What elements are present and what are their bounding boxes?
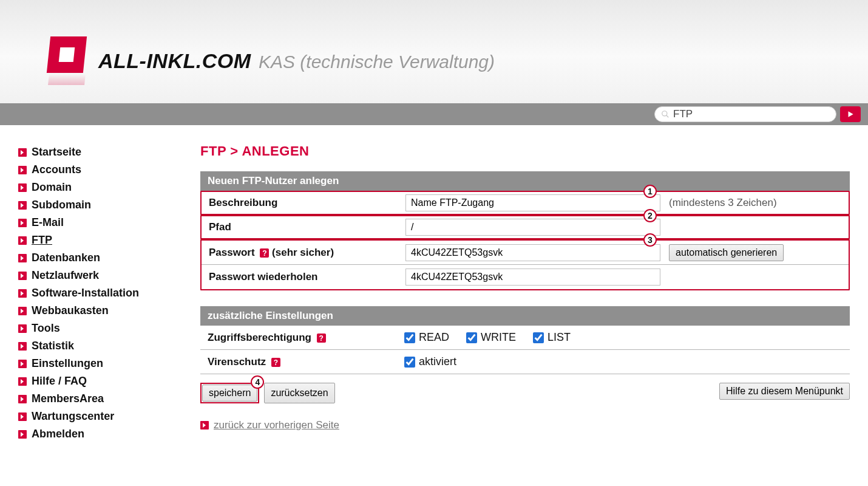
search-go-button[interactable] [840,106,861,122]
arrow-icon [18,201,27,210]
arrow-icon [18,148,27,157]
chk-write[interactable]: WRITE [466,331,516,344]
search-icon [661,110,670,118]
sidebar-item-label: Einstellungen [32,357,103,370]
help-icon[interactable]: ? [260,248,269,258]
chk-read[interactable]: READ [404,331,449,344]
arrow-icon [18,360,27,368]
sidebar-item-software-installation[interactable]: Software-Installation [18,284,176,302]
arrow-icon [200,421,209,430]
toolbar [0,103,868,125]
sidebar-item-label: Startseite [32,146,81,159]
sidebar-item-label: Domain [32,181,72,194]
checkbox-virenschutz[interactable] [404,357,415,368]
sidebar-item-domain[interactable]: Domain [18,179,176,196]
logo-mark [49,36,85,85]
sidebar-item-label: Abmelden [32,428,84,440]
hint-beschreibung: (mindestens 3 Zeichen) [669,197,777,209]
sidebar-item-label: E-Mail [32,216,64,229]
sidebar-item-e-mail[interactable]: E-Mail [18,214,176,231]
sidebar-item-label: Netzlaufwerk [32,269,99,282]
sidebar-item-subdomain[interactable]: Subdomain [18,196,176,214]
logo-text: ALL-INKL.COM [98,49,251,72]
save-button[interactable]: speichern [202,385,257,402]
input-pfad[interactable] [405,219,660,236]
sidebar-item-einstellungen[interactable]: Einstellungen [18,355,176,372]
sidebar-item-startseite[interactable]: Startseite [18,143,176,161]
sidebar-item-label: MembersArea [32,392,104,405]
input-passwort[interactable] [405,244,660,261]
checkbox-list[interactable] [533,332,544,343]
sidebar-item-label: Tools [32,322,60,335]
sidebar-item-wartungscenter[interactable]: Wartungscenter [18,408,176,425]
sidebar-item-label: Wartungscenter [32,410,114,423]
row-pfad: Pfad 2 [200,215,850,239]
reset-button[interactable]: zurücksetzen [264,383,334,403]
search-box[interactable] [654,106,836,122]
step-badge-4: 4 [251,375,264,389]
row-passwort: Passwort ? (sehr sicher) automatisch gen… [202,241,849,265]
arrow-icon [18,377,27,386]
arrow-icon [18,342,27,351]
arrow-icon [18,412,27,421]
panel2-heading: zusätzliche Einstellungen [200,306,850,326]
arrow-icon [18,272,27,280]
sidebar-item-label: Statistik [32,340,74,352]
arrow-icon [18,289,27,298]
input-beschreibung[interactable] [405,194,660,211]
help-menu-button[interactable]: Hilfe zu diesem Menüpunkt [719,383,850,400]
sidebar-item-accounts[interactable]: Accounts [18,161,176,179]
sidebar-item-label: FTP [32,234,52,247]
sidebar-item-label: Accounts [32,163,81,176]
chk-list[interactable]: LIST [533,331,571,344]
sidebar-item-label: Software-Installation [32,287,139,299]
arrow-icon [18,307,27,315]
sidebar-item-statistik[interactable]: Statistik [18,337,176,355]
arrow-icon [18,254,27,262]
actions-row: speichern 4 zurücksetzen Hilfe zu diesem… [200,383,850,403]
label-virenschutz: Virenschutz ? [200,352,401,372]
sidebar-item-netzlaufwerk[interactable]: Netzlaufwerk [18,267,176,284]
help-icon[interactable]: ? [271,358,280,367]
back-link[interactable]: zurück zur vorherigen Seite [214,419,339,431]
search-input[interactable] [673,108,830,120]
sidebar-item-datenbanken[interactable]: Datenbanken [18,249,176,267]
row-zugriff: Zugriffsberechtigung ? READ WRITE LIST [200,326,850,350]
checkbox-write[interactable] [466,332,477,343]
svg-line-1 [666,115,669,118]
svg-marker-2 [849,111,853,117]
row-virenschutz: Virenschutz ? aktiviert [200,350,850,374]
row-passwort-wiederholen: Passwort wiederholen [202,265,849,289]
label-passwort: Passwort ? (sehr sicher) [202,243,402,262]
sidebar-item-ftp[interactable]: FTP [18,231,176,249]
sidebar-item-label: Datenbanken [32,252,100,264]
header-subtitle: KAS (technische Verwaltung) [259,52,495,72]
backlink: zurück zur vorherigen Seite [200,419,850,431]
sidebar-item-hilfe-faq[interactable]: Hilfe / FAQ [18,372,176,390]
checkbox-read[interactable] [404,332,415,343]
sidebar-item-abmelden[interactable]: Abmelden [18,425,176,443]
arrow-icon [18,430,27,439]
step-badge-3: 3 [643,233,657,247]
save-highlight: speichern 4 [200,383,259,403]
header: ALL-INKL.COM KAS (technische Verwaltung) [0,0,868,103]
arrow-icon [18,395,27,403]
panel1-heading: Neuen FTP-Nutzer anlegen [200,171,850,191]
chk-virenschutz[interactable]: aktiviert [404,355,456,368]
arrow-icon [18,166,27,174]
sidebar-item-label: Webbaukasten [32,304,109,317]
sidebar-item-tools[interactable]: Tools [18,320,176,337]
play-icon [846,110,855,118]
help-icon[interactable]: ? [317,334,326,343]
generate-password-button[interactable]: automatisch generieren [669,244,784,261]
label-pfad: Pfad [202,217,402,237]
sidebar-item-label: Subdomain [32,199,91,211]
sidebar-item-webbaukasten[interactable]: Webbaukasten [18,302,176,320]
page-title: FTP > ANLEGEN [200,143,850,159]
input-passwort2[interactable] [405,269,660,286]
arrow-icon [18,324,27,333]
svg-point-0 [662,111,667,116]
arrow-icon [18,236,27,245]
sidebar-item-membersarea[interactable]: MembersArea [18,390,176,408]
step-badge-1: 1 [643,185,657,198]
